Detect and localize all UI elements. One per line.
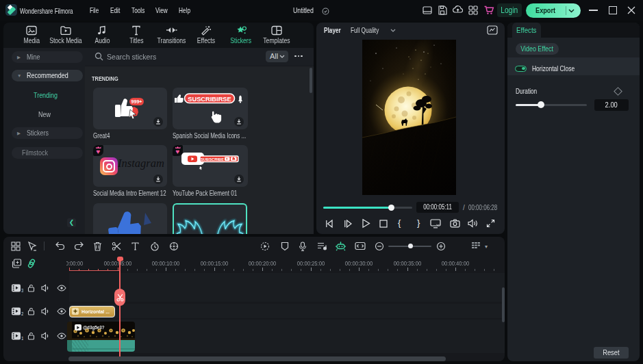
svg-text:2: 2 [21,311,23,316]
svg-text:SUBSCRIBE: SUBSCRIBE [201,157,224,161]
svg-text:1: 1 [21,336,23,341]
svg-text:SUSCRIBIRSE: SUSCRIBIRSE [188,96,231,103]
svg-text:3: 3 [21,288,23,293]
svg-text:999+: 999+ [131,99,142,104]
